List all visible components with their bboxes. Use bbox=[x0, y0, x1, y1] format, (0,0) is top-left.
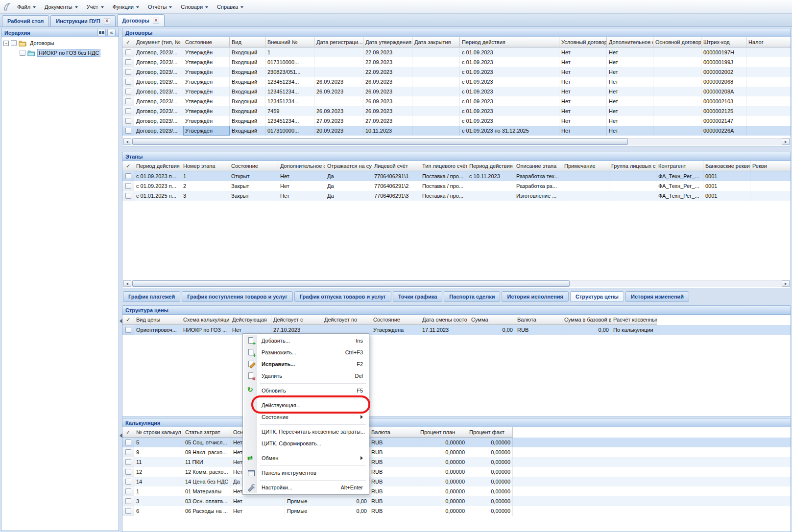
grid-cell[interactable]: Нет bbox=[607, 67, 653, 77]
grid-cell[interactable]: Утверждён bbox=[183, 67, 230, 77]
column-header[interactable]: № строки калькул bbox=[134, 427, 183, 438]
column-header[interactable]: Схема калькуляци bbox=[181, 315, 230, 325]
menubar-item[interactable]: Документы bbox=[40, 0, 82, 13]
tree-expander-icon[interactable]: − bbox=[3, 41, 9, 46]
context-menu-item[interactable]: Размножить...Ctrl+F3 bbox=[244, 347, 368, 358]
grid-cell[interactable]: 27.09.2023 bbox=[363, 116, 412, 126]
row-checkbox[interactable] bbox=[125, 193, 131, 199]
grid-cell[interactable]: Поставка / про... bbox=[420, 181, 467, 191]
grid-cell[interactable] bbox=[412, 126, 460, 136]
grid-cell[interactable]: 26.09.2023 bbox=[363, 87, 412, 96]
grid-cell[interactable]: с 01.09.2023 bbox=[460, 57, 559, 67]
grid-cell[interactable]: с 01.09.2023 bbox=[460, 77, 559, 87]
grid-row[interactable]: Договор, 2023/...УтверждёнВходящий123451… bbox=[122, 116, 791, 126]
row-check-cell[interactable] bbox=[122, 106, 134, 116]
document-tab[interactable]: Рабочий стол bbox=[2, 15, 49, 26]
grid-cell[interactable] bbox=[412, 47, 460, 57]
grid-cell[interactable]: Нет bbox=[607, 116, 653, 126]
grid-cell[interactable]: Входящий bbox=[230, 67, 265, 77]
column-header[interactable]: Рекви bbox=[750, 161, 791, 171]
grid-cell[interactable]: Нет bbox=[559, 96, 607, 106]
column-header[interactable]: Вид цены bbox=[134, 315, 181, 325]
grid-row[interactable]: Договор, 2023/...УтверждёнВходящий123451… bbox=[122, 87, 791, 96]
row-checkbox[interactable] bbox=[125, 59, 131, 65]
column-header[interactable]: Валюта bbox=[515, 315, 562, 325]
grid-cell[interactable]: 5 bbox=[134, 438, 183, 447]
grid-cell[interactable] bbox=[562, 181, 609, 191]
row-checkbox[interactable] bbox=[125, 118, 131, 124]
grid-cell[interactable] bbox=[412, 96, 460, 106]
column-header[interactable]: Описание этапа bbox=[514, 161, 562, 171]
grid-cell[interactable]: 7706406291\1 bbox=[372, 171, 420, 181]
row-checkbox[interactable] bbox=[125, 128, 131, 134]
grid-cell[interactable]: 12 bbox=[134, 467, 183, 477]
row-checkbox[interactable] bbox=[125, 108, 131, 114]
grid-cell[interactable] bbox=[412, 67, 460, 77]
column-header[interactable]: Действует по bbox=[322, 315, 371, 325]
column-header[interactable]: Дата утверждения bbox=[363, 37, 412, 47]
grid-cell[interactable]: ФА_Техн_Рег_... bbox=[656, 181, 703, 191]
grid-cell[interactable]: с 01.09.2023 bbox=[460, 96, 559, 106]
grid-cell[interactable]: 0000002103 bbox=[701, 96, 746, 106]
grid-cell[interactable] bbox=[746, 47, 791, 57]
grid-cell[interactable]: Нет bbox=[607, 77, 653, 87]
grid-cell[interactable]: с 01.09.2023 bbox=[460, 116, 559, 126]
grid-cell[interactable]: 20.09.2023 bbox=[314, 126, 363, 136]
hierarchy-search-button[interactable] bbox=[97, 29, 106, 36]
column-header[interactable]: Налог bbox=[746, 37, 791, 47]
grid-cell[interactable]: 0,00000 bbox=[418, 447, 467, 457]
tree-checkbox[interactable] bbox=[11, 40, 17, 46]
scrollbar-thumb[interactable] bbox=[132, 139, 628, 145]
grid-cell[interactable] bbox=[412, 57, 460, 67]
grid-cell[interactable]: 000000208А bbox=[701, 87, 746, 96]
grid-cell[interactable]: Нет bbox=[607, 87, 653, 96]
column-header[interactable]: Статья затрат bbox=[183, 427, 231, 438]
row-checkbox[interactable] bbox=[125, 89, 131, 94]
grid-cell[interactable] bbox=[412, 116, 460, 126]
grid-cell[interactable]: 000000226А bbox=[701, 126, 746, 136]
grid-cell[interactable] bbox=[314, 67, 363, 77]
grid-cell[interactable]: 14 bbox=[134, 477, 183, 486]
context-menu-item[interactable]: ОбновитьF5 bbox=[244, 385, 368, 396]
grid-cell[interactable]: Утверждена bbox=[371, 325, 420, 335]
column-header[interactable]: Дополнительное с bbox=[278, 161, 325, 171]
grid-cell[interactable]: Нет bbox=[559, 87, 607, 96]
grid-cell[interactable]: с 01.09.2023 п... bbox=[134, 181, 181, 191]
grid-cell[interactable]: Входящий bbox=[230, 57, 265, 67]
grid-cell[interactable]: 0,00000 bbox=[467, 477, 513, 486]
scroll-left-icon[interactable] bbox=[120, 319, 122, 324]
grid-cell[interactable]: Утверждён bbox=[183, 116, 230, 126]
context-menu-item[interactable]: Настройки...Alt+Enter bbox=[244, 482, 368, 493]
grid-cell[interactable]: с 01.09.2023 bbox=[460, 47, 559, 57]
grid-cell[interactable]: Договор, 2023/... bbox=[134, 96, 183, 106]
grid-cell[interactable] bbox=[746, 126, 791, 136]
grid-cell[interactable]: Нет bbox=[278, 191, 325, 201]
row-checkbox[interactable] bbox=[125, 173, 131, 179]
grid-cell[interactable] bbox=[653, 77, 701, 87]
tab-close-icon[interactable]: × bbox=[104, 18, 110, 24]
context-menu-item[interactable]: ЦИТК. Пересчитать косвенные затраты... bbox=[244, 426, 368, 438]
scroll-left-icon[interactable] bbox=[120, 433, 122, 438]
row-checkbox[interactable] bbox=[125, 183, 131, 189]
grid-cell[interactable]: 1 bbox=[181, 171, 229, 181]
column-header[interactable]: ✓ bbox=[122, 37, 134, 47]
grid-row[interactable]: 909 Накл. расхо...НетRUB0,000000,00000 bbox=[122, 447, 791, 457]
column-header[interactable]: Период действия л bbox=[467, 161, 514, 171]
grid-cell[interactable] bbox=[746, 77, 791, 87]
grid-cell[interactable] bbox=[562, 191, 609, 201]
grid-cell[interactable]: Нет bbox=[607, 57, 653, 67]
column-header[interactable]: Тип лицевого счёт bbox=[420, 161, 467, 171]
scroll-left-button[interactable] bbox=[123, 139, 131, 145]
menubar-item[interactable]: Учёт bbox=[82, 0, 108, 13]
grid-cell[interactable]: 0,00000 bbox=[467, 506, 513, 516]
detail-tab[interactable]: График платежей bbox=[123, 291, 180, 302]
grid-cell[interactable]: 26.09.2023 bbox=[314, 77, 363, 87]
grid-row[interactable]: 606 Расходы на ...НетПрямые0,00RUB0,0000… bbox=[122, 506, 791, 516]
grid-cell[interactable]: Договор, 2023/... bbox=[134, 106, 183, 116]
column-header[interactable]: Условный договор bbox=[559, 37, 607, 47]
grid-cell[interactable]: Ориентировоч... bbox=[134, 325, 181, 335]
column-header[interactable]: Основной договор bbox=[653, 37, 701, 47]
grid-cell[interactable]: Нет bbox=[559, 57, 607, 67]
row-checkbox[interactable] bbox=[125, 49, 131, 55]
grid-cell[interactable]: 123451234... bbox=[265, 96, 314, 106]
